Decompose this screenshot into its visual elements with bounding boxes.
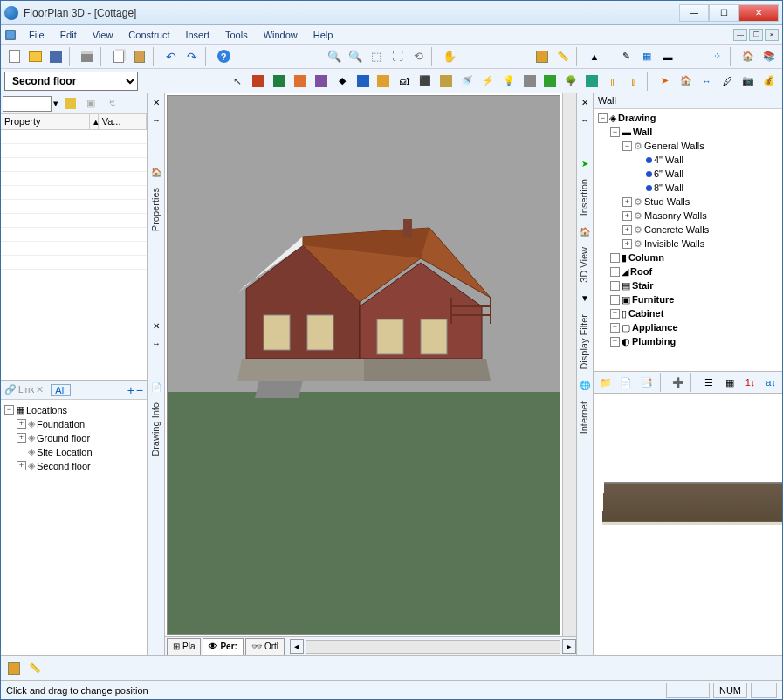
viewport-scrollbar-h[interactable] [306, 640, 560, 654]
copy-button[interactable] [109, 47, 128, 66]
pin-button[interactable]: ✕ [148, 94, 164, 110]
props-btn-a[interactable] [60, 94, 79, 113]
tree-root-locations[interactable]: − ▦ Locations [3, 403, 145, 417]
minimize-button[interactable]: — [679, 4, 709, 22]
tree-item-foundation[interactable]: + ◈ Foundation [3, 417, 145, 431]
print-button[interactable] [78, 47, 97, 66]
cat-btn-5[interactable]: ☰ [699, 373, 718, 392]
menu-construct[interactable]: Construct [121, 28, 176, 42]
cat-btn-1[interactable]: 📁 [596, 373, 615, 392]
props-filter-input[interactable] [3, 96, 52, 112]
props-btn-c[interactable]: ↯ [102, 94, 121, 113]
add-button[interactable]: + [127, 383, 134, 397]
path-tool[interactable] [582, 72, 601, 91]
roof-tool[interactable] [291, 72, 310, 91]
align-button[interactable]: ▲ [585, 47, 604, 66]
tree-stair[interactable]: +▤Stair [596, 278, 780, 292]
new-button[interactable] [4, 47, 24, 66]
props-grid[interactable] [1, 130, 147, 381]
tree-wall[interactable]: −▬Wall [596, 125, 780, 139]
tab-plan[interactable]: ⊞Pla [167, 638, 201, 655]
cabinet-tool[interactable]: ⬛ [416, 72, 435, 91]
tree-roof[interactable]: +◢Roof [596, 264, 780, 278]
arrows2-button[interactable]: ↔ [148, 335, 164, 351]
tree-item-site-location[interactable]: ◈ Site Location [3, 445, 145, 459]
tree-appliance[interactable]: +▢Appliance [596, 320, 780, 334]
col-sort[interactable]: ▴ [90, 114, 99, 129]
delete-icon[interactable]: ✕ [36, 384, 44, 395]
3d-viewport[interactable] [167, 95, 560, 635]
redo-button[interactable]: ↷ [182, 47, 202, 66]
undo-button[interactable]: ↶ [161, 47, 181, 66]
snap-button[interactable]: ⁘ [707, 47, 726, 66]
col-property[interactable]: Property [1, 114, 90, 129]
tree-item-ground-floor[interactable]: + ◈ Ground floor [3, 431, 145, 445]
tree-concrete-walls[interactable]: +⚙Concrete Walls [596, 223, 780, 237]
cat-btn-2[interactable]: 📄 [617, 373, 636, 392]
ceiling-tool[interactable] [520, 72, 539, 91]
tool-c-button[interactable]: ▬ [658, 47, 677, 66]
zoom-prev-button[interactable]: ⟲ [409, 47, 428, 66]
scroll-right-button[interactable]: ▸ [562, 639, 576, 654]
floor-selector[interactable]: Second floor [4, 72, 138, 91]
tree-4-wall[interactable]: 4" Wall [596, 153, 780, 167]
cat-btn-7[interactable]: 1↓ [741, 373, 760, 392]
slab-tool[interactable]: ◆ [333, 72, 352, 91]
tree-6-wall[interactable]: 6" Wall [596, 167, 780, 181]
appliance-tool[interactable] [436, 72, 456, 91]
collapse-icon[interactable]: − [4, 405, 14, 415]
camera-tool[interactable]: 📷 [738, 72, 758, 91]
menu-window[interactable]: Window [257, 28, 305, 42]
estimate-tool[interactable]: 💰 [759, 72, 779, 91]
bottom-measure-button[interactable]: 📏 [25, 659, 45, 678]
menu-tools[interactable]: Tools [218, 28, 255, 42]
expand-icon[interactable]: + [17, 433, 26, 443]
doc-vbtn[interactable]: 📄 [148, 379, 164, 395]
pin2-button[interactable]: ✕ [148, 318, 164, 333]
mdi-restore-button[interactable]: ❐ [749, 29, 763, 41]
home-vbtn[interactable]: 🏠 [148, 164, 164, 180]
arrows3-button[interactable]: ↔ [577, 112, 593, 127]
menu-view[interactable]: View [86, 28, 120, 42]
tree-furniture[interactable]: +▣Furniture [596, 292, 780, 306]
expand-icon[interactable]: + [17, 419, 26, 429]
zoom-out-button[interactable]: 🔍 [346, 47, 365, 66]
zoom-fit-button[interactable]: ⛶ [388, 47, 407, 66]
3d-vbtn[interactable]: 🏠 [577, 223, 593, 239]
cat-btn-3[interactable]: 📑 [637, 373, 656, 392]
tree-button[interactable]: 🏠 [738, 47, 758, 66]
vtab-properties[interactable]: Properties [148, 181, 164, 238]
terrain-tool[interactable] [541, 72, 560, 91]
column-tool[interactable] [270, 72, 289, 91]
vtab-3d-view[interactable]: 3D View [577, 240, 593, 290]
vtab-drawing-info[interactable]: Drawing Info [148, 395, 164, 463]
menu-edit[interactable]: Edit [53, 28, 84, 42]
paste-button[interactable] [130, 47, 149, 66]
fence-tool[interactable]: ⫼ [603, 72, 622, 91]
tool-a-button[interactable]: ✎ [616, 47, 635, 66]
zoom-window-button[interactable]: ⬚ [367, 47, 386, 66]
cat-btn-6[interactable]: ▦ [720, 373, 739, 392]
save-button[interactable] [46, 47, 65, 66]
all-button[interactable]: All [51, 384, 70, 396]
tree-stud-walls[interactable]: +⚙Stud Walls [596, 195, 780, 209]
bottom-3d-button[interactable] [4, 659, 24, 678]
tree-item-second-floor[interactable]: + ◈ Second floor [3, 459, 145, 473]
electric-tool[interactable]: ⚡ [478, 72, 498, 91]
stair-tool[interactable] [312, 72, 331, 91]
catalog-tree[interactable]: −◈Drawing −▬Wall −⚙General Walls 4" Wall… [594, 109, 782, 371]
insert-vbtn[interactable]: ➤ [577, 155, 593, 171]
close-button[interactable]: ✕ [738, 4, 779, 22]
tree-masonry-walls[interactable]: +⚙Masonry Walls [596, 209, 780, 223]
vtab-display-filter[interactable]: Display Filter [577, 307, 593, 377]
tree-drawing[interactable]: −◈Drawing [596, 111, 780, 125]
tree-8-wall[interactable]: 8" Wall [596, 181, 780, 195]
help-button[interactable]: ? [214, 47, 233, 66]
scroll-left-button[interactable]: ◂ [290, 639, 304, 654]
menu-help[interactable]: Help [306, 28, 340, 42]
tree-column[interactable]: +▮Column [596, 250, 780, 264]
plumbing-tool[interactable]: 🚿 [457, 72, 477, 91]
tool-b-button[interactable]: ▦ [637, 47, 656, 66]
light-tool[interactable]: 💡 [499, 72, 519, 91]
mdi-close-button[interactable]: × [765, 29, 779, 41]
